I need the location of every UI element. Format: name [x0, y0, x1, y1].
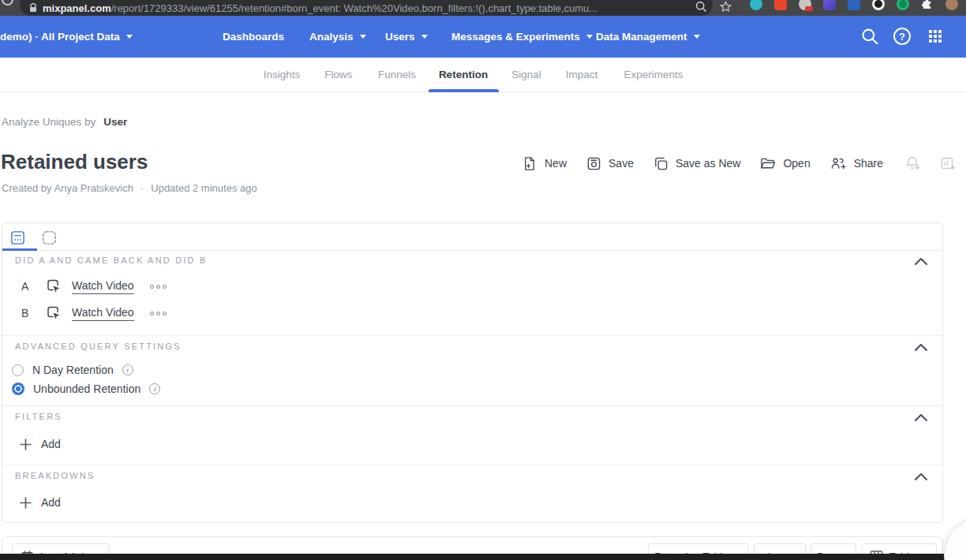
meta-dot: · [140, 182, 144, 194]
browser-toolbar: mixpanel.com/report/1729333/view/61255/r… [0, 0, 966, 16]
nav-item-dashboards[interactable]: Dashboards [223, 16, 284, 58]
add-to-board-icon[interactable] [940, 155, 956, 171]
reload-icon[interactable] [2, 0, 13, 6]
open-button[interactable]: Open [760, 156, 810, 171]
report-tab-bar: Insights Flows Funnels Retention Signal … [0, 58, 966, 92]
info-icon[interactable]: i [149, 383, 160, 394]
add-label: Add [41, 438, 61, 450]
plus-icon [20, 439, 32, 450]
step-options-icon[interactable] [150, 312, 167, 315]
event-icon [45, 304, 62, 322]
nav-item-users[interactable]: Users [385, 16, 428, 58]
project-selector[interactable]: demo) · All Project Data [0, 16, 133, 58]
event-icon [45, 278, 62, 295]
updated-text: Updated 2 minutes ago [151, 182, 256, 194]
tab-retention[interactable]: Retention [439, 58, 488, 92]
caret-down-icon [360, 35, 366, 39]
extension-red-icon[interactable] [774, 0, 787, 10]
save-as-new-button[interactable]: Save as New [653, 156, 740, 171]
collapse-section-chevron-icon[interactable] [915, 472, 927, 481]
share-users-icon [830, 156, 847, 171]
step-row-a: A Watch Video [21, 275, 167, 297]
copy-icon [653, 156, 668, 171]
radio-unselected-icon[interactable] [12, 364, 24, 376]
info-icon[interactable]: i [122, 364, 133, 375]
chat-bubble-button[interactable] [944, 516, 966, 560]
nav-item-analysis[interactable]: Analysis [309, 16, 366, 58]
divider [2, 335, 942, 336]
analyze-entity-selector[interactable]: User [103, 116, 127, 128]
report-meta: Created by Anya Pratskevich · Updated 2 … [2, 182, 257, 194]
tab-impact[interactable]: Impact [566, 58, 598, 92]
address-bar[interactable]: mixpanel.com/report/1729333/view/61255/r… [20, 0, 713, 16]
url-text: mixpanel.com/report/1729333/view/61255/r… [43, 2, 597, 14]
caret-down-icon [421, 35, 428, 39]
option-label: N Day Retention [32, 364, 114, 376]
collapse-section-chevron-icon[interactable] [915, 343, 927, 352]
browser-profile-avatar[interactable] [945, 0, 958, 10]
section-title-advanced: ADVANCED QUERY SETTINGS [15, 342, 182, 351]
extension-purple-icon[interactable] [823, 0, 836, 10]
nav-item-messages-experiments[interactable]: Messages & Experiments [451, 16, 593, 58]
analyze-label: Analyze Uniques by [2, 116, 95, 128]
project-selector-label: demo) · All Project Data [0, 31, 120, 43]
tab-experiments[interactable]: Experiments [623, 58, 683, 92]
builder-mode-tabs [2, 223, 942, 251]
option-unbounded-retention: Unbounded Retention i [12, 381, 160, 397]
tab-flows[interactable]: Flows [324, 58, 352, 92]
puzzle-extensions-icon[interactable] [921, 0, 934, 10]
plus-icon [20, 497, 32, 509]
save-button[interactable]: Save [586, 156, 634, 171]
section-title-did-a-b: DID A AND CAME BACK AND DID B [15, 256, 208, 265]
option-label: Unbounded Retention [33, 383, 140, 395]
option-n-day-retention: N Day Retention i [12, 362, 133, 378]
apps-grid-icon[interactable] [929, 30, 942, 43]
save-icon [586, 156, 601, 171]
builder-tab-custom-icon[interactable] [39, 228, 58, 247]
nav-item-data-management[interactable]: Data Management [596, 16, 700, 58]
created-by-text: Created by Anya Pratskevich [2, 182, 133, 194]
radio-selected-icon[interactable] [12, 383, 24, 395]
url-path: /report/1729333/view/61255/retention#bor… [111, 2, 597, 14]
analyze-uniques-row: Analyze Uniques byUser [2, 116, 127, 128]
section-title-breakdowns: BREAKDOWNS [15, 471, 95, 480]
extension-gray-minus-icon[interactable] [799, 0, 811, 10]
builder-tab-standard-icon[interactable] [8, 228, 27, 247]
add-filter-button[interactable]: Add [20, 435, 61, 454]
help-icon[interactable]: ? [893, 28, 911, 45]
tab-insights[interactable]: Insights [264, 58, 301, 92]
builder-active-tab-indicator [2, 248, 37, 251]
bookmark-star-icon[interactable] [720, 1, 732, 13]
collapse-section-chevron-icon[interactable] [915, 257, 927, 266]
extension-record-icon[interactable] [872, 0, 885, 10]
report-actions: New Save Save as New Open Share [522, 152, 966, 174]
query-builder-card: DID A AND CAME BACK AND DID B A Watch Vi… [2, 222, 943, 523]
folder-open-icon [760, 156, 776, 171]
extension-green-icon[interactable] [897, 0, 909, 10]
caret-down-icon [694, 35, 700, 39]
tab-funnels[interactable]: Funnels [378, 58, 416, 92]
collapse-section-chevron-icon[interactable] [915, 413, 927, 422]
share-button[interactable]: Share [830, 156, 883, 171]
search-icon[interactable] [695, 1, 707, 13]
caret-down-icon [586, 35, 593, 39]
page-title: Retained users [1, 150, 148, 174]
event-selector[interactable]: Watch Video [72, 306, 134, 321]
tab-signal[interactable]: Signal [511, 58, 541, 92]
lock-icon [29, 3, 37, 13]
nav-search-icon[interactable] [860, 27, 880, 47]
extension-blue-icon[interactable] [848, 0, 860, 10]
app-header: demo) · All Project Data Dashboards Anal… [0, 16, 966, 58]
bottom-cropped-strip [0, 554, 966, 560]
step-options-icon[interactable] [150, 285, 167, 289]
step-label: B [21, 307, 31, 319]
add-breakdown-button[interactable]: Add [20, 493, 61, 512]
add-label: Add [41, 496, 61, 509]
event-selector[interactable]: Watch Video [72, 279, 134, 294]
section-title-filters: FILTERS [15, 412, 62, 421]
alert-bell-icon[interactable] [904, 155, 920, 171]
new-button[interactable]: New [522, 156, 567, 171]
extension-teal-icon[interactable] [750, 0, 762, 10]
step-label: A [21, 280, 31, 293]
caret-down-icon [126, 35, 133, 39]
